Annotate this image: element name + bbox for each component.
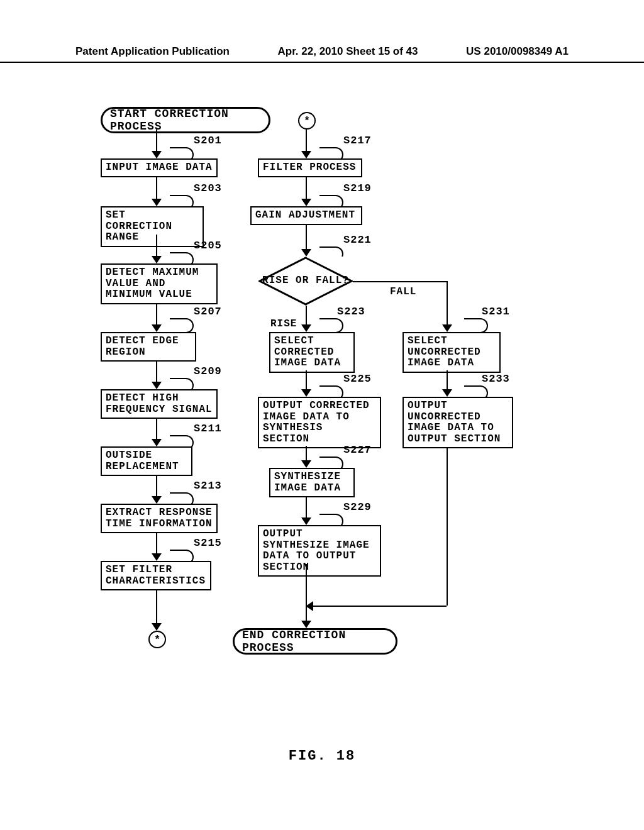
box-s211: OUTSIDE REPLACEMENT (101, 446, 192, 476)
arrow-s219-s221 (306, 225, 307, 255)
connector-top-right: * (298, 112, 316, 130)
box-s233: OUTPUT UNCORRECTED IMAGE DATA TO OUTPUT … (402, 397, 513, 448)
label-s213: S213 (194, 480, 222, 492)
arrow-s227-s229 (306, 496, 307, 524)
label-s229: S229 (343, 501, 372, 513)
decision-text: RISE OR FALL? (258, 257, 353, 306)
line-s233-merge (447, 447, 448, 606)
label-s205: S205 (194, 240, 222, 252)
decision-s221: RISE OR FALL? (258, 257, 353, 306)
label-rise: RISE (270, 318, 297, 329)
line-fall-h (353, 281, 447, 282)
label-s223: S223 (337, 306, 365, 318)
box-s213: EXTRACT RESPONSE TIME INFORMATION (101, 504, 218, 533)
label-s211: S211 (194, 423, 222, 434)
box-s225: OUTPUT CORRECTED IMAGE DATA TO SYNTHESIS… (258, 397, 381, 448)
label-s217: S217 (343, 135, 372, 147)
line-merge-h (307, 606, 447, 607)
box-s209: DETECT HIGH FREQUENCY SIGNAL (101, 389, 218, 419)
box-s201: INPUT IMAGE DATA (101, 158, 218, 177)
connector-bottom-left: * (148, 631, 166, 648)
flowchart-diagram: START CORRECTION PROCESS S201 INPUT IMAG… (82, 101, 560, 767)
arrow-rise-s223 (306, 306, 307, 331)
arrow-s213-s215 (156, 532, 157, 560)
label-s207: S207 (194, 306, 222, 318)
label-s231: S231 (482, 306, 510, 318)
arrow-start-s201 (156, 130, 157, 157)
curve-s223 (319, 318, 343, 333)
label-s203: S203 (194, 182, 222, 194)
box-s219: GAIN ADJUSTMENT (250, 206, 362, 225)
arrow-s211-s213 (156, 475, 157, 502)
arrow-fall-s231 (447, 311, 448, 331)
end-terminator: END CORRECTION PROCESS (233, 628, 397, 655)
arrow-s207-s209 (156, 360, 157, 388)
arrow-s201-s203 (156, 177, 157, 205)
box-s223: SELECT CORRECTED IMAGE DATA (269, 332, 355, 373)
arrow-s217-s219 (306, 177, 307, 205)
figure-label: FIG. 18 (0, 748, 644, 764)
arrow-s231-s233 (447, 370, 448, 396)
label-s201: S201 (194, 135, 222, 147)
box-s227: SYNTHESIZE IMAGE DATA (269, 468, 355, 497)
label-s219: S219 (343, 182, 372, 194)
box-s229: OUTPUT SYNTHESIZE IMAGE DATA TO OUTPUT S… (258, 525, 381, 577)
line-fall-v (447, 281, 448, 311)
label-s221: S221 (343, 234, 372, 246)
arrow-s209-s211 (156, 418, 157, 445)
arrow-s203-s205 (156, 235, 157, 262)
label-s209: S209 (194, 365, 222, 377)
box-s217: FILTER PROCESS (258, 158, 362, 177)
header-center: Apr. 22, 2010 Sheet 15 of 43 (278, 45, 418, 58)
box-s203: SET CORRECTION RANGE (101, 206, 204, 247)
label-s225: S225 (343, 373, 372, 385)
page: Patent Application Publication Apr. 22, … (0, 0, 644, 830)
start-terminator: START CORRECTION PROCESS (101, 107, 270, 133)
label-s215: S215 (194, 537, 222, 549)
curve-s231 (464, 318, 488, 333)
arrow-s223-s225 (306, 370, 307, 396)
box-s207: DETECT EDGE REGION (101, 332, 196, 362)
arrow-conn-s217 (306, 130, 307, 157)
label-s227: S227 (343, 444, 372, 456)
label-fall: FALL (390, 286, 416, 297)
box-s205: DETECT MAXIMUM VALUE AND MINIMUM VALUE (101, 263, 218, 304)
curve-s207 (170, 318, 194, 333)
label-s233: S233 (482, 373, 510, 385)
page-header: Patent Application Publication Apr. 22, … (0, 45, 644, 63)
box-s231: SELECT UNCORRECTED IMAGE DATA (402, 332, 501, 373)
header-left: Patent Application Publication (75, 45, 230, 58)
arrow-s229-end (306, 564, 307, 627)
arrow-s225-s227 (306, 446, 307, 467)
arrow-s215-connector (156, 589, 157, 629)
header-right: US 2010/0098349 A1 (466, 45, 569, 58)
box-s215: SET FILTER CHARACTERISTICS (101, 561, 211, 590)
arrow-s205-s207 (156, 303, 157, 331)
